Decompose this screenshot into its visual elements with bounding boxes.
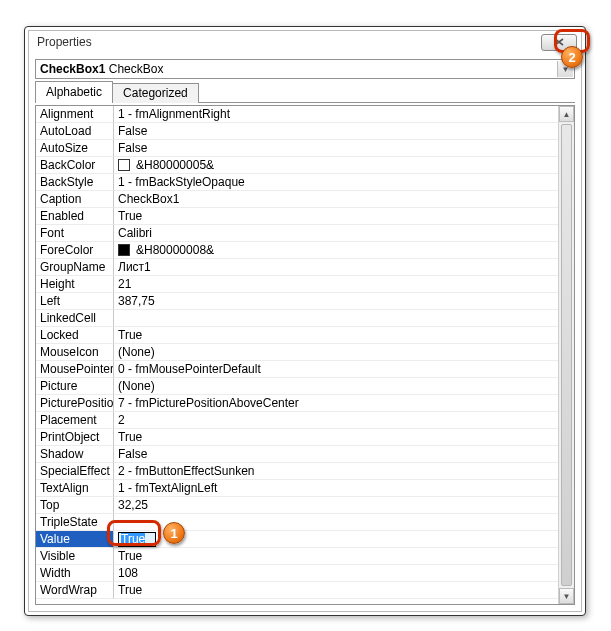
property-name: AutoSize bbox=[36, 140, 114, 157]
property-row[interactable]: WordWrapTrue bbox=[36, 582, 574, 599]
property-value-text: True bbox=[118, 208, 142, 224]
property-row[interactable]: ForeColor&H80000008& bbox=[36, 242, 574, 259]
property-name: PicturePosition bbox=[36, 395, 114, 412]
property-row[interactable]: EnabledTrue bbox=[36, 208, 574, 225]
color-swatch-icon bbox=[118, 159, 130, 171]
tab-strip: Alphabetic Categorized bbox=[29, 81, 581, 103]
property-row[interactable]: PicturePosition7 - fmPicturePositionAbov… bbox=[36, 395, 574, 412]
property-row[interactable]: Alignment1 - fmAlignmentRight bbox=[36, 106, 574, 123]
property-row[interactable]: GroupNameЛист1 bbox=[36, 259, 574, 276]
property-value[interactable]: True bbox=[114, 327, 574, 344]
property-row[interactable]: MouseIcon(None) bbox=[36, 344, 574, 361]
property-row[interactable]: BackColor&H80000005& bbox=[36, 157, 574, 174]
property-row[interactable]: Width108 bbox=[36, 565, 574, 582]
property-row[interactable]: LockedTrue bbox=[36, 327, 574, 344]
property-row[interactable]: PrintObjectTrue bbox=[36, 429, 574, 446]
window-body: Properties CheckBox1 CheckBox ▼ Alphabet… bbox=[28, 30, 582, 612]
property-value[interactable]: 2 bbox=[114, 412, 574, 429]
scroll-down-icon[interactable]: ▼ bbox=[559, 588, 574, 604]
object-selector[interactable]: CheckBox1 CheckBox ▼ bbox=[35, 59, 575, 79]
property-value[interactable]: True bbox=[114, 429, 574, 446]
property-value[interactable]: 387,75 bbox=[114, 293, 574, 310]
property-value[interactable]: 0 - fmMousePointerDefault bbox=[114, 361, 574, 378]
property-value-text: &H80000008& bbox=[136, 242, 214, 258]
property-value[interactable]: 1 - fmBackStyleOpaque bbox=[114, 174, 574, 191]
property-value-text: True bbox=[118, 582, 142, 598]
property-name: TextAlign bbox=[36, 480, 114, 497]
tab-alphabetic[interactable]: Alphabetic bbox=[35, 81, 113, 103]
property-name: ForeColor bbox=[36, 242, 114, 259]
property-name: Top bbox=[36, 497, 114, 514]
property-value[interactable]: 2 - fmButtonEffectSunken bbox=[114, 463, 574, 480]
property-value[interactable]: CheckBox1 bbox=[114, 191, 574, 208]
callout-badge-2: 2 bbox=[561, 46, 583, 68]
property-row[interactable]: AutoSizeFalse bbox=[36, 140, 574, 157]
property-row[interactable]: MousePointer0 - fmMousePointerDefault bbox=[36, 361, 574, 378]
property-name: TripleState bbox=[36, 514, 114, 531]
property-row[interactable]: AutoLoadFalse bbox=[36, 123, 574, 140]
property-value-text: Лист1 bbox=[118, 259, 151, 275]
scroll-thumb[interactable] bbox=[561, 124, 572, 586]
value-editor[interactable] bbox=[118, 532, 156, 547]
property-row[interactable]: ShadowFalse bbox=[36, 446, 574, 463]
property-value-text: (None) bbox=[118, 378, 155, 394]
object-type: CheckBox bbox=[109, 62, 164, 76]
property-value[interactable]: &H80000005& bbox=[114, 157, 574, 174]
tab-categorized[interactable]: Categorized bbox=[112, 83, 199, 103]
property-value[interactable]: 1 - fmAlignmentRight bbox=[114, 106, 574, 123]
property-row[interactable]: Picture(None) bbox=[36, 378, 574, 395]
property-value[interactable]: 32,25 bbox=[114, 497, 574, 514]
property-name: SpecialEffect bbox=[36, 463, 114, 480]
property-row[interactable]: Left387,75 bbox=[36, 293, 574, 310]
close-icon bbox=[554, 37, 564, 48]
property-value-text: Calibri bbox=[118, 225, 152, 241]
property-value-text: &H80000005& bbox=[136, 157, 214, 173]
property-row[interactable]: VisibleTrue bbox=[36, 548, 574, 565]
property-name: WordWrap bbox=[36, 582, 114, 599]
callout-badge-1: 1 bbox=[163, 522, 185, 544]
scroll-up-icon[interactable]: ▲ bbox=[559, 106, 574, 122]
property-value[interactable]: (None) bbox=[114, 344, 574, 361]
property-row[interactable]: LinkedCell bbox=[36, 310, 574, 327]
property-value[interactable]: False bbox=[114, 446, 574, 463]
property-value[interactable]: False bbox=[114, 123, 574, 140]
property-value-text: 387,75 bbox=[118, 293, 155, 309]
property-row[interactable]: Value bbox=[36, 531, 574, 548]
property-value-text: 1 - fmTextAlignLeft bbox=[118, 480, 217, 496]
property-value[interactable]: (None) bbox=[114, 378, 574, 395]
property-row[interactable]: CaptionCheckBox1 bbox=[36, 191, 574, 208]
property-row[interactable]: Height21 bbox=[36, 276, 574, 293]
vertical-scrollbar[interactable]: ▲ ▼ bbox=[558, 106, 574, 604]
property-value-text: False bbox=[118, 140, 147, 156]
property-value[interactable]: False bbox=[114, 140, 574, 157]
property-value-text: 2 bbox=[118, 412, 125, 428]
property-value[interactable]: 21 bbox=[114, 276, 574, 293]
property-value[interactable]: True bbox=[114, 582, 574, 599]
property-value-text: True bbox=[118, 327, 142, 343]
property-value[interactable]: 1 - fmTextAlignLeft bbox=[114, 480, 574, 497]
property-value-text: 32,25 bbox=[118, 497, 148, 513]
property-value[interactable]: Calibri bbox=[114, 225, 574, 242]
property-value[interactable]: &H80000008& bbox=[114, 242, 574, 259]
property-value[interactable]: True bbox=[114, 208, 574, 225]
property-row[interactable]: BackStyle1 - fmBackStyleOpaque bbox=[36, 174, 574, 191]
titlebar: Properties bbox=[29, 31, 581, 57]
property-value[interactable]: 7 - fmPicturePositionAboveCenter bbox=[114, 395, 574, 412]
property-row[interactable]: Top32,25 bbox=[36, 497, 574, 514]
property-value[interactable] bbox=[114, 310, 574, 327]
property-name: MousePointer bbox=[36, 361, 114, 378]
property-value[interactable]: True bbox=[114, 548, 574, 565]
property-row[interactable]: TextAlign1 - fmTextAlignLeft bbox=[36, 480, 574, 497]
property-row[interactable]: SpecialEffect2 - fmButtonEffectSunken bbox=[36, 463, 574, 480]
color-swatch-icon bbox=[118, 244, 130, 256]
property-row[interactable]: TripleState bbox=[36, 514, 574, 531]
property-value-text: True bbox=[118, 429, 142, 445]
property-name: AutoLoad bbox=[36, 123, 114, 140]
property-name: Caption bbox=[36, 191, 114, 208]
property-name: Shadow bbox=[36, 446, 114, 463]
property-value[interactable]: 108 bbox=[114, 565, 574, 582]
property-row[interactable]: Placement2 bbox=[36, 412, 574, 429]
property-row[interactable]: FontCalibri bbox=[36, 225, 574, 242]
property-name: Value bbox=[36, 531, 114, 548]
property-value[interactable]: Лист1 bbox=[114, 259, 574, 276]
